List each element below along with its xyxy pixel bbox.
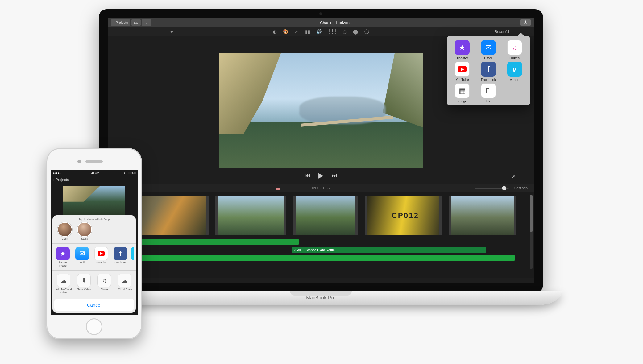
titlebar-left-group: ‹ Projects ▤♪ ↓ [111,19,151,26]
share-facebook[interactable]: f Facebook [476,62,501,81]
info-icon[interactable]: ⓘ [364,29,369,35]
speed-icon[interactable]: ◷ [343,29,347,35]
airdrop-row: Colin Stella [52,223,136,243]
share-apps-row[interactable]: ★ iMovie Theater ✉ Mail ▶ YouTube f Face… [52,244,136,270]
itunes-icon: ♫ [507,40,522,55]
project-thumbnail[interactable] [63,186,125,215]
email-icon: ✉ [481,40,496,55]
more-apps-peek[interactable] [131,247,134,260]
status-time: 9:41 AM [89,172,99,175]
action-save-video[interactable]: ⬇ Save Video [75,274,93,294]
transport-controls: ⏮ ▶ ⏭ [305,172,337,180]
stabilize-icon[interactable]: ▮▮ [305,29,310,35]
macbook-base: MacBook Pro [80,291,562,305]
cancel-button[interactable]: Cancel [54,299,134,311]
action-itunes[interactable]: ♫ iTunes [95,274,114,294]
imovie-window: ‹ Projects ▤♪ ↓ Chasing Horizons [108,18,534,283]
color-correction-icon[interactable]: 🎨 [283,29,289,35]
chevron-left-icon[interactable]: ‹ [53,178,54,182]
action-icloud-drive[interactable]: ☁ iCloud Drive [115,274,134,294]
airdrop-contact[interactable]: Stella [78,223,91,240]
action-label: Add To iCloud Drive [54,288,73,294]
music-track[interactable] [114,255,515,261]
action-label: Save Video [75,288,93,291]
audio-clip-selected[interactable]: 3.3s – License Plate Rattle [292,247,486,253]
airdrop-contact[interactable]: Colin [58,223,72,240]
nav-back-button[interactable]: Projects [56,178,69,182]
share-label: File [476,99,501,103]
mac-screen-bezel: ‹ Projects ▤♪ ↓ Chasing Horizons [99,9,543,293]
library-toggle-button[interactable]: ▤♪ [131,19,141,26]
share-app-facebook[interactable]: f Facebook [112,247,129,267]
app-label: Mail [73,261,91,264]
share-vimeo[interactable]: v Vimeo [502,62,527,81]
facebook-icon: f [114,247,127,260]
action-label: iTunes [95,288,114,291]
share-image[interactable]: ▦ Image [450,83,475,103]
share-popover: ★ Theater ✉ Email ♫ iTunes ▶ YouTube [447,36,530,105]
share-youtube[interactable]: ▶ YouTube [450,62,475,81]
share-app-youtube[interactable]: ▶ YouTube [93,247,110,267]
timeline-clip[interactable] [215,196,286,235]
image-icon: ▦ [455,83,470,98]
iphone: ●●●●● 9:41 AM ᚛ 100% ▮ ‹ Projects Tap to… [46,148,142,339]
timeline-zoom-slider[interactable] [475,188,509,189]
avatar-icon [58,223,72,236]
share-label: Email [476,56,501,60]
timeline-clip[interactable] [293,196,358,235]
video-track[interactable] [113,196,529,236]
bluetooth-icon: ᚛ [124,172,126,175]
share-file[interactable]: 🗎 File [476,83,501,103]
preview-frame[interactable] [219,53,423,168]
import-button[interactable]: ↓ [142,19,151,26]
back-to-projects-button[interactable]: ‹ Projects [111,19,130,26]
share-label: Facebook [476,78,501,81]
action-add-to-icloud[interactable]: ☁ Add To iCloud Drive [54,274,73,294]
next-button[interactable]: ⏭ [332,172,337,179]
time-current: 0:03 [312,186,319,190]
timeline-clip[interactable] [365,196,442,235]
device-label: MacBook Pro [306,295,336,300]
playhead[interactable] [278,189,278,281]
color-balance-icon[interactable]: ◐ [273,29,277,35]
share-label: YouTube [450,78,475,81]
nav-bar: ‹ Projects [51,176,138,184]
time-sep: / [320,186,322,190]
volume-icon[interactable]: 🔊 [316,29,322,35]
time-bar: 0:03 / 1:35 Settings [108,184,534,192]
home-button[interactable] [86,318,102,335]
status-bar: ●●●●● 9:41 AM ᚛ 100% ▮ [51,170,138,176]
share-label: Image [450,99,475,103]
crop-icon[interactable]: ✂ [295,29,299,35]
share-app-imovie-theater[interactable]: ★ iMovie Theater [54,247,72,267]
action-label: iCloud Drive [115,288,134,291]
contact-name: Colin [58,237,72,240]
share-label: Theater [450,56,475,60]
equalizer-icon[interactable]: ┇┇┇ [328,29,337,35]
share-button[interactable] [520,19,531,26]
download-icon: ↓ [146,21,148,24]
theater-icon: ★ [455,40,470,55]
library-icon: ▤♪ [134,21,139,25]
timeline[interactable]: 3.3s – License Plate Rattle [108,192,534,278]
share-itunes[interactable]: ♫ iTunes [502,40,527,60]
reset-all-button[interactable]: Reset All [495,30,509,34]
prev-button[interactable]: ⏮ [305,172,310,179]
app-label: YouTube [93,261,110,264]
status-right: ᚛ 100% ▮ [124,172,136,175]
mail-icon: ✉ [75,247,89,260]
share-theater[interactable]: ★ Theater [450,40,475,60]
play-button[interactable]: ▶ [318,172,324,180]
share-email[interactable]: ✉ Email [476,40,501,60]
facebook-icon: f [481,62,496,77]
timeline-clip[interactable] [449,196,516,235]
share-app-mail[interactable]: ✉ Mail [73,247,91,267]
filter-icon[interactable]: ⬤ [353,29,358,35]
timeline-scrollbar[interactable] [530,195,533,269]
fullscreen-button[interactable]: ⤢ [511,174,515,180]
share-actions-row[interactable]: ☁ Add To iCloud Drive ⬇ Save Video ♫ iTu… [52,271,136,297]
share-icon [523,20,528,25]
settings-button[interactable]: Settings [514,186,528,190]
save-video-icon: ⬇ [77,274,91,287]
magic-wand-icon[interactable]: ✦⁺ [170,29,176,35]
